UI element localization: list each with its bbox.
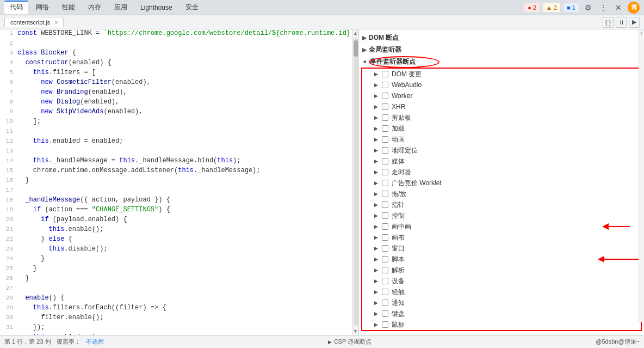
right-scrollbar[interactable]: ▲ [639, 29, 644, 322]
bp-checkbox-timer[interactable] [382, 169, 388, 175]
bp-item-pictureinpicture[interactable]: ▶ 画中画 [362, 221, 641, 232]
bp-item-script[interactable]: ▶ 脚本 [362, 254, 641, 265]
bp-checkbox-keyboard[interactable] [382, 310, 388, 317]
bp-item-control[interactable]: ▶ 控制 [362, 210, 641, 221]
code-line-8: 8 new Dialog(enabled), [0, 98, 358, 108]
bp-item-keyboard[interactable]: ▶ 键盘 [362, 308, 641, 319]
nav-item-security[interactable]: 安全 [180, 1, 204, 14]
info-badge[interactable]: ■ 1 [564, 3, 579, 12]
scroll-track[interactable] [354, 38, 358, 326]
code-line-6: 6 new CosmeticFilter(enabled), [0, 78, 358, 88]
bp-item-media[interactable]: ▶ 媒体 [362, 156, 641, 167]
close-tab-icon[interactable]: × [54, 20, 58, 26]
section-event-breakpoints[interactable]: ▼ 事件监听器断点 [359, 56, 644, 68]
nav-item-lighthouse[interactable]: Lighthouse [135, 2, 178, 14]
right-scroll-up[interactable]: ▲ [639, 29, 644, 35]
bp-checkbox-window[interactable] [382, 245, 388, 252]
coverage-value[interactable]: 不适用 [86, 338, 104, 346]
bp-item-clipboard[interactable]: ▶ 剪贴板 [362, 112, 641, 123]
bp-item-animation[interactable]: ▶ 动画 [362, 134, 641, 145]
bp-checkbox-dragdrop[interactable] [382, 191, 388, 197]
code-content[interactable]: 1 const WEBSTORE_LINK = `https://chrome.… [0, 29, 358, 335]
vertical-scrollbar[interactable]: ▲ ▼ [352, 29, 358, 335]
bp-label: WebAudio [392, 81, 422, 89]
bp-checkbox-clipboard[interactable] [382, 114, 388, 121]
main-area: 1 const WEBSTORE_LINK = `https://chrome.… [0, 29, 644, 335]
bp-item-notification[interactable]: ▶ 通知 [362, 297, 641, 308]
bp-label: 解析 [392, 266, 405, 275]
close-devtools-icon[interactable]: ✕ [612, 2, 624, 14]
cursor-position: 第 1 行，第 23 列 [4, 338, 51, 346]
bp-checkbox-parse[interactable] [382, 267, 388, 273]
csp-breakpoints[interactable]: ▶ CSP 违规断点 [328, 338, 371, 346]
bp-expand-icon: ▶ [374, 257, 380, 262]
bp-item-load[interactable]: ▶ 加载 [362, 123, 641, 134]
section-global-listeners[interactable]: ▶ 全局监听器 [359, 44, 644, 56]
bp-checkbox-adauction[interactable] [382, 180, 388, 186]
bp-item-adauction[interactable]: ▶ 广告竞价 Worklet [362, 178, 641, 188]
bp-checkbox-media[interactable] [382, 158, 388, 164]
code-line-28: 28 enable() { [0, 294, 358, 304]
format-icon[interactable]: { } [603, 17, 614, 28]
bp-item-dom-change[interactable]: ▶ DOM 变更 [362, 69, 641, 80]
bp-item-parse[interactable]: ▶ 解析 [362, 265, 641, 276]
bp-item-canvas[interactable]: ▶ 画布 [362, 232, 641, 243]
bp-item-dragdrop[interactable]: ▶ 拖/放 [362, 188, 641, 199]
code-line-14: 14 this._handleMessage = this._handleMes… [0, 157, 358, 167]
bp-expand-icon: ▶ [374, 322, 380, 327]
more-options-icon[interactable]: ⋮ [597, 2, 609, 14]
code-line-30: 30 filter.enable(); [0, 314, 358, 323]
scroll-thumb[interactable] [354, 40, 358, 57]
bp-checkbox-pointer[interactable] [382, 202, 388, 208]
bp-label: 画中画 [392, 222, 411, 231]
scroll-up-arrow[interactable]: ▲ [352, 29, 359, 37]
bp-checkbox-dom-change[interactable] [382, 71, 388, 77]
error-badge[interactable]: ● 2 [524, 3, 540, 12]
tab-contentscript[interactable]: contentscript.js × [4, 17, 64, 27]
scroll-down-arrow[interactable]: ▼ [352, 327, 359, 335]
bp-checkbox-mouse[interactable] [382, 321, 388, 328]
bp-expand-icon: ▶ [374, 158, 380, 164]
bp-checkbox-device[interactable] [382, 278, 388, 284]
nav-item-memory[interactable]: 内存 [83, 1, 107, 14]
bp-item-geolocation[interactable]: ▶ 地理定位 [362, 145, 641, 156]
breakpoints-section: ▶ DOM 断点 ▶ 全局监听器 ▼ 事件监听器断点 [359, 29, 644, 335]
bp-checkbox-touch[interactable] [382, 289, 388, 295]
bp-item-device[interactable]: ▶ 设备 [362, 276, 641, 286]
bp-checkbox-script[interactable] [382, 256, 388, 262]
bp-item-worker[interactable]: ▶ Worker [362, 90, 641, 101]
settings-icon[interactable]: ⚙ [582, 2, 594, 14]
pause-icon[interactable]: ⏸ [616, 17, 627, 28]
bp-checkbox-canvas[interactable] [382, 234, 388, 241]
bp-checkbox-notification[interactable] [382, 300, 388, 306]
bp-label: 画布 [392, 233, 405, 242]
code-line-15: 15 chrome.runtime.onMessage.addListener(… [0, 167, 358, 176]
warning-badge[interactable]: ▲ 2 [543, 3, 560, 12]
bp-item-mouse[interactable]: ▶ 鼠标 [362, 319, 641, 330]
top-right-controls: ● 2 ▲ 2 ■ 1 ⚙ ⋮ ✕ 博 [524, 2, 640, 14]
resume-icon[interactable]: ▶ [629, 17, 640, 28]
bp-item-window[interactable]: ▶ 窗口 [362, 243, 641, 254]
nav-item-code[interactable]: 代码 [4, 1, 28, 14]
nav-item-application[interactable]: 应用 [109, 1, 133, 14]
bp-item-webaudio[interactable]: ▶ WebAudio [362, 80, 641, 90]
bp-checkbox-webaudio[interactable] [382, 82, 388, 88]
event-arrow-icon: ▼ [362, 59, 368, 64]
bp-label: 走时器 [392, 168, 411, 177]
bp-label: 通知 [392, 298, 405, 308]
bp-checkbox-xhr[interactable] [382, 103, 388, 110]
section-dom-breakpoints[interactable]: ▶ DOM 断点 [359, 32, 644, 44]
nav-item-network[interactable]: 网络 [30, 1, 54, 14]
bp-checkbox-control[interactable] [382, 212, 388, 219]
bp-checkbox-geolocation[interactable] [382, 147, 388, 154]
nav-item-performance[interactable]: 性能 [57, 1, 81, 14]
bp-item-xhr[interactable]: ▶ XHR [362, 101, 641, 112]
bp-checkbox-load[interactable] [382, 125, 388, 132]
bp-item-pointer[interactable]: ▶ 指针 [362, 199, 641, 210]
bp-checkbox-animation[interactable] [382, 136, 388, 143]
bp-item-touch[interactable]: ▶ 轻触 [362, 286, 641, 297]
bp-checkbox-worker[interactable] [382, 93, 388, 99]
bp-checkbox-pip[interactable] [382, 223, 388, 230]
bp-item-timer[interactable]: ▶ 走时器 [362, 167, 641, 178]
code-line-22: 22 } else { [0, 235, 358, 245]
